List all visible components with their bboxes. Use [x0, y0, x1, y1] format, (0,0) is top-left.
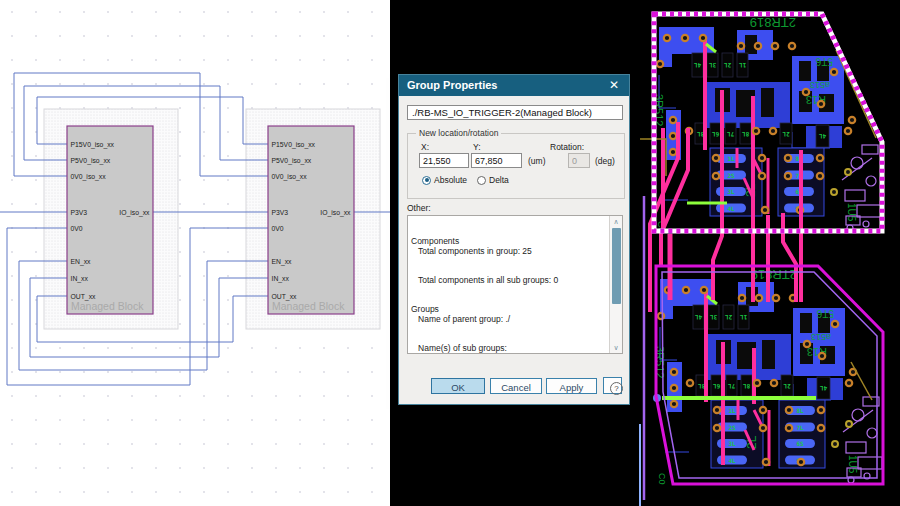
pin-label: 0V0	[71, 225, 83, 232]
pin-label: 0V0_iso_xx	[71, 173, 107, 181]
pad-label: 4L	[727, 205, 735, 212]
scrollbar-thumb[interactable]	[612, 228, 621, 304]
pad-label: 2L	[724, 62, 732, 69]
pad-label: 1L	[727, 155, 735, 162]
pin-label: P15V0_iso_xx	[272, 141, 316, 149]
other-label: Other:	[407, 203, 431, 213]
pad-label: 4L	[694, 62, 702, 69]
pin-label: P5V0_iso_xx	[272, 157, 312, 165]
scrollbar[interactable]: ∧ ∨	[609, 216, 622, 353]
x-label: X:	[421, 142, 429, 152]
radio-dot-icon	[477, 176, 486, 185]
schematic-panel[interactable]: P15V0_iso_xx P5V0_iso_xx 0V0_iso_xx P3V3…	[0, 0, 390, 506]
pin-label: IN_xx	[71, 275, 89, 283]
pin-label: IN_xx	[272, 275, 290, 283]
block-title: Managed Block	[272, 300, 345, 312]
silkscreen-text: 2TR819	[750, 15, 796, 30]
absolute-radio[interactable]: Absolute	[422, 175, 467, 185]
cancel-button[interactable]: Cancel	[490, 378, 542, 394]
pin-label: P3V3	[272, 209, 289, 216]
pin-label: IO_iso_xx	[119, 209, 150, 217]
pin-label: P5V0_iso_xx	[71, 157, 111, 165]
y-input[interactable]	[471, 153, 522, 168]
pad-label: 1L	[739, 62, 747, 69]
pin-label: EN_xx	[272, 258, 293, 266]
pin-label: EN_xx	[71, 258, 92, 266]
pad-label: 3L	[727, 188, 735, 195]
pin-label: P15V0_iso_xx	[71, 141, 115, 149]
scroll-down-icon[interactable]: ∨	[610, 342, 622, 353]
pad-label: 4L	[819, 133, 827, 140]
ok-button[interactable]: OK	[431, 378, 485, 394]
apply-button[interactable]: Apply	[546, 378, 597, 394]
silkscreen-text: 1U5	[846, 203, 857, 222]
managed-block-1[interactable]: P15V0_iso_xx P5V0_iso_xx 0V0_iso_xx P3V3…	[67, 126, 153, 314]
group-properties-dialog: Group Properties ✕ New location/rotation…	[398, 74, 630, 405]
location-groupbox: New location/rotation X: Y: Rotation: (u…	[407, 133, 625, 199]
dialog-title: Group Properties	[407, 79, 497, 91]
close-icon[interactable]: ✕	[606, 75, 622, 96]
pad-label: 2S	[727, 172, 735, 179]
help-icon: ?	[610, 382, 623, 395]
silkscreen-text: a513	[810, 80, 830, 90]
pad-label: 2L	[782, 131, 790, 138]
block-title: Managed Block	[71, 300, 144, 312]
x-input[interactable]	[419, 153, 469, 168]
dialog-titlebar[interactable]: Group Properties ✕	[399, 75, 629, 96]
rotation-label: Rotation:	[550, 142, 584, 152]
pin-label: IO_iso_xx	[320, 209, 351, 217]
managed-block-2[interactable]: P15V0_iso_xx P5V0_iso_xx 0V0_iso_xx P3V3…	[268, 126, 354, 314]
deg-label: (deg)	[595, 156, 615, 166]
units-label: (um)	[528, 156, 545, 166]
y-label: Y:	[473, 142, 481, 152]
pin-label: P3V3	[71, 209, 88, 216]
location-legend: New location/rotation	[416, 128, 501, 138]
delta-radio-label: Delta	[489, 175, 509, 185]
absolute-radio-label: Absolute	[434, 175, 467, 185]
pad-label: 3L	[709, 62, 717, 69]
delta-radio[interactable]: Delta	[477, 175, 509, 185]
rotation-input[interactable]	[568, 153, 590, 168]
app-screen: P15V0_iso_xx P5V0_iso_xx 0V0_iso_xx P3V3…	[0, 0, 900, 506]
pin-label: 0V0	[272, 225, 284, 232]
silkscreen-text: 5T6	[815, 56, 833, 67]
scroll-up-icon[interactable]: ∧	[610, 216, 622, 227]
help-button[interactable]: ?	[603, 377, 622, 394]
pad-label: 8L	[742, 131, 750, 138]
pad-label: 7L	[727, 131, 735, 138]
pad-label: 6L	[712, 131, 720, 138]
radio-dot-icon	[422, 176, 431, 185]
schematic-canvas: P15V0_iso_xx P5V0_iso_xx 0V0_iso_xx P3V3…	[0, 0, 390, 506]
other-listbox[interactable]: Components Total components in group: 25…	[407, 215, 623, 354]
pad-label: 8L	[697, 131, 705, 138]
group-name-field[interactable]	[407, 105, 623, 120]
other-list-content: Components Total components in group: 25…	[411, 218, 608, 354]
pin-label: 0V0_iso_xx	[272, 173, 308, 181]
